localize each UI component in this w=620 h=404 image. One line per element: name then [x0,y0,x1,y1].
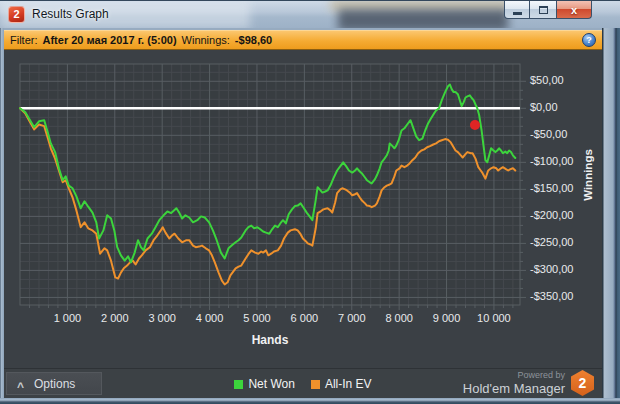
all-in-ev-swatch [311,380,320,389]
svg-text:8 000: 8 000 [385,312,413,324]
winnings-label: Winnings: [182,34,230,46]
window-frame-right [602,28,620,398]
svg-text:10 000: 10 000 [477,312,511,324]
svg-text:6 000: 6 000 [291,312,319,324]
minimize-button[interactable] [504,1,530,19]
title-bar[interactable]: 2 Results Graph x [0,0,620,28]
filter-bar: Filter: After 20 мая 2017 г. (5:00) Winn… [4,30,602,50]
svg-text:4 000: 4 000 [196,312,224,324]
powered-by-block: Powered by Hold'em Manager 2 [463,370,594,396]
minimize-icon [513,12,522,15]
maximize-button[interactable] [530,1,556,19]
help-icon[interactable]: ? [582,33,596,47]
results-graph-window: 2 Results Graph x Filter: After 20 мая 2… [0,0,620,404]
svg-text:-$100,00: -$100,00 [530,155,573,167]
svg-text:-$350,00: -$350,00 [530,290,573,302]
plot-area [20,64,520,305]
svg-text:9 000: 9 000 [433,312,461,324]
svg-text:7 000: 7 000 [338,312,366,324]
window-controls: x [504,1,592,19]
svg-text:5 000: 5 000 [243,312,271,324]
all-in-ev-label: All-In EV [325,377,372,391]
close-icon: x [571,4,577,16]
y-axis-title: Winnings [582,149,594,201]
winnings-value: -$98,60 [235,34,272,46]
x-axis-title: Hands [252,333,289,347]
filter-label: Filter: [10,34,38,46]
data-point-marker [470,120,480,130]
legend-item-net-won: Net Won [234,377,294,391]
results-chart: $50,00$0,00-$50,00-$100,00-$150,00-$200,… [4,50,602,368]
svg-text:-$300,00: -$300,00 [530,263,573,275]
window-title: Results Graph [32,7,109,21]
window-frame-bottom [0,398,620,404]
close-button[interactable]: x [556,1,592,19]
footer-bar: ^ Options Net Won All-In EV Powered by H… [4,368,602,398]
hm2-logo-icon: 2 [571,370,594,396]
svg-text:-$250,00: -$250,00 [530,236,573,248]
svg-text:-$200,00: -$200,00 [530,209,573,221]
svg-text:-$150,00: -$150,00 [530,182,573,194]
svg-text:2 000: 2 000 [101,312,129,324]
net-won-label: Net Won [248,377,294,391]
svg-text:3 000: 3 000 [148,312,176,324]
svg-text:-$50,00: -$50,00 [530,128,567,140]
maximize-icon [539,6,548,14]
net-won-swatch [234,380,243,389]
app-icon: 2 [8,6,25,23]
powered-by-text: Powered by [517,370,565,381]
filter-value: After 20 мая 2017 г. (5:00) [43,34,177,46]
svg-text:1 000: 1 000 [54,312,82,324]
svg-text:$0,00: $0,00 [530,101,558,113]
brand-name: Hold'em Manager [463,381,565,396]
svg-text:$50,00: $50,00 [530,74,564,86]
legend-item-all-in-ev: All-In EV [311,377,372,391]
aero-glass-reflection-dark [338,9,508,28]
window-frame-left [0,28,4,398]
